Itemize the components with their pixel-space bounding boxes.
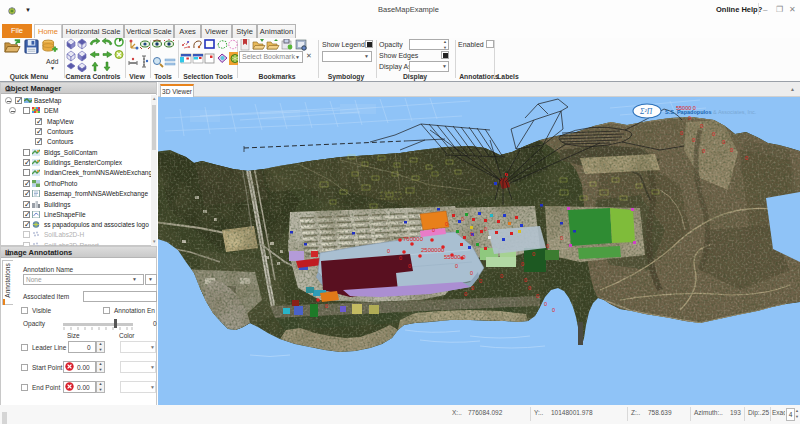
- svg-text:0: 0: [455, 263, 458, 269]
- svg-text:0: 0: [552, 307, 555, 313]
- svg-text:0: 0: [702, 148, 705, 154]
- svg-text:0: 0: [470, 231, 473, 237]
- svg-text:0: 0: [445, 221, 448, 227]
- svg-text:2500000: 2500000: [421, 247, 445, 253]
- svg-text:0: 0: [528, 285, 531, 291]
- svg-text:0: 0: [432, 227, 435, 233]
- svg-text:0: 0: [470, 270, 473, 276]
- svg-text:0: 0: [536, 293, 539, 299]
- svg-text:0: 0: [325, 303, 328, 309]
- svg-text:0: 0: [712, 131, 715, 137]
- svg-text:0: 0: [464, 291, 467, 297]
- svg-text:0: 0: [544, 301, 547, 307]
- svg-text:0: 0: [688, 115, 691, 121]
- svg-text:0: 0: [471, 285, 474, 291]
- svg-text:0: 0: [700, 123, 703, 129]
- svg-text:0: 0: [532, 251, 535, 257]
- svg-text:0: 0: [484, 226, 487, 232]
- svg-text:0: 0: [730, 147, 733, 153]
- svg-text:0: 0: [500, 273, 503, 279]
- svg-text:0: 0: [524, 277, 527, 283]
- svg-text:0: 0: [399, 255, 402, 261]
- svg-text:0: 0: [461, 216, 464, 222]
- svg-text:0: 0: [546, 243, 549, 249]
- svg-text:0: 0: [387, 248, 390, 254]
- svg-text:760000: 760000: [403, 236, 424, 242]
- svg-text:0: 0: [722, 139, 725, 145]
- svg-text:0: 0: [680, 130, 683, 136]
- svg-text:0: 0: [479, 278, 482, 284]
- svg-text:55000 0: 55000 0: [444, 254, 466, 260]
- svg-text:0: 0: [560, 235, 563, 241]
- svg-text:Σ²Π: Σ²Π: [639, 107, 653, 116]
- svg-text:0: 0: [745, 155, 748, 161]
- svg-text:0: 0: [408, 263, 411, 269]
- svg-text:0: 0: [692, 137, 695, 143]
- svg-text:0: 0: [521, 261, 524, 267]
- svg-text:S.S. Papadopulos & Associates,: S.S. Papadopulos & Associates, Inc.: [665, 109, 757, 115]
